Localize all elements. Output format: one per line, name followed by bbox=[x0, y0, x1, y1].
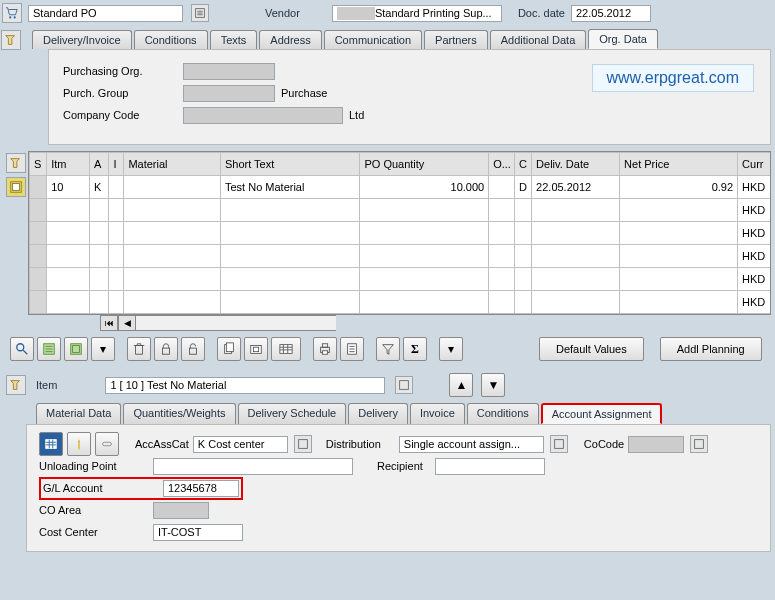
col-o[interactable]: O... bbox=[489, 153, 515, 176]
col-itm[interactable]: Itm bbox=[47, 153, 90, 176]
purch-group-field[interactable] bbox=[183, 85, 275, 102]
expand-items-icon[interactable] bbox=[6, 153, 26, 173]
vendor-field[interactable]: Standard Printing Sup... bbox=[332, 5, 502, 22]
item-dropdown-icon[interactable] bbox=[395, 376, 413, 394]
tab-address[interactable]: Address bbox=[259, 30, 321, 49]
col-material[interactable]: Material bbox=[124, 153, 221, 176]
svg-rect-4 bbox=[13, 184, 20, 191]
col-s[interactable]: S bbox=[30, 153, 47, 176]
col-po-qty[interactable]: PO Quantity bbox=[360, 153, 489, 176]
vendor-label: Vendor bbox=[265, 7, 300, 19]
erpgreat-link[interactable]: www.erpgreat.com bbox=[592, 64, 755, 92]
col-i[interactable]: I bbox=[109, 153, 124, 176]
print-icon[interactable] bbox=[313, 337, 337, 361]
next-item-icon[interactable]: ▼ bbox=[481, 373, 505, 397]
detail1-icon[interactable] bbox=[37, 337, 61, 361]
table-row[interactable]: HKD bbox=[30, 222, 772, 245]
tab-conditions-2[interactable]: Conditions bbox=[467, 403, 539, 424]
table-row[interactable]: HKD bbox=[30, 291, 772, 314]
cocode-field[interactable] bbox=[628, 436, 684, 453]
cart-icon[interactable] bbox=[2, 3, 22, 23]
gl-account-field[interactable]: 12345678 bbox=[163, 480, 239, 497]
cocode-label: CoCode bbox=[584, 438, 624, 450]
copy-icon[interactable] bbox=[217, 337, 241, 361]
table-row[interactable]: HKD bbox=[30, 245, 772, 268]
export-icon[interactable] bbox=[340, 337, 364, 361]
svg-rect-24 bbox=[298, 440, 307, 449]
tab-quantities-weights[interactable]: Quantities/Weights bbox=[123, 403, 235, 424]
vendor-code-mask bbox=[337, 7, 375, 20]
settings-icon[interactable]: ▾ bbox=[439, 337, 463, 361]
unloading-point-field[interactable] bbox=[153, 458, 353, 475]
item-select-field[interactable]: 1 [ 10 ] Test No Material bbox=[105, 377, 385, 394]
delete-icon[interactable] bbox=[127, 337, 151, 361]
grid-config-icon[interactable] bbox=[271, 337, 301, 361]
expand-item-icon[interactable] bbox=[6, 375, 26, 395]
purchasing-org-field[interactable] bbox=[183, 63, 275, 80]
tab-delivery-invoice[interactable]: Delivery/Invoice bbox=[32, 30, 132, 49]
distribution-help-icon[interactable] bbox=[550, 435, 568, 453]
tab-conditions[interactable]: Conditions bbox=[134, 30, 208, 49]
unlock-icon[interactable] bbox=[181, 337, 205, 361]
recipient-field[interactable] bbox=[435, 458, 545, 475]
menu-icon[interactable]: ▾ bbox=[91, 337, 115, 361]
tab-partners[interactable]: Partners bbox=[424, 30, 488, 49]
scroll-left-icon[interactable]: ◀ bbox=[118, 315, 136, 331]
tab-account-assignment[interactable]: Account Assignment bbox=[541, 403, 663, 424]
svg-rect-17 bbox=[322, 344, 327, 348]
table-view-icon[interactable] bbox=[39, 432, 63, 456]
filter-icon[interactable] bbox=[376, 337, 400, 361]
detail2-icon[interactable] bbox=[64, 337, 88, 361]
lock-icon[interactable] bbox=[154, 337, 178, 361]
cocode-help-icon[interactable] bbox=[690, 435, 708, 453]
table-row[interactable]: HKD bbox=[30, 268, 772, 291]
copy2-icon[interactable] bbox=[244, 337, 268, 361]
tab-invoice[interactable]: Invoice bbox=[410, 403, 465, 424]
doc-date-field[interactable]: 22.05.2012 bbox=[571, 5, 651, 22]
po-number-spacer bbox=[215, 5, 229, 22]
col-net-price[interactable]: Net Price bbox=[620, 153, 738, 176]
purch-group-suffix: Purchase bbox=[281, 87, 327, 99]
col-c[interactable]: C bbox=[514, 153, 531, 176]
col-deliv-date[interactable]: Deliv. Date bbox=[532, 153, 620, 176]
tab-org-data[interactable]: Org. Data bbox=[588, 29, 658, 49]
col-curr[interactable]: Curr bbox=[738, 153, 771, 176]
default-values-button[interactable]: Default Values bbox=[539, 337, 644, 361]
vendor-value: Standard Printing Sup... bbox=[375, 7, 492, 19]
grid-header-row: S Itm A I Material Short Text PO Quantit… bbox=[30, 153, 772, 176]
cost-center-field[interactable]: IT-COST bbox=[153, 524, 243, 541]
scroll-track[interactable] bbox=[136, 315, 336, 331]
tab-communication[interactable]: Communication bbox=[324, 30, 422, 49]
svg-point-5 bbox=[17, 344, 24, 351]
tab-delivery-schedule[interactable]: Delivery Schedule bbox=[238, 403, 347, 424]
distribution-field[interactable]: Single account assign... bbox=[399, 436, 544, 453]
tab-texts[interactable]: Texts bbox=[210, 30, 258, 49]
po-type-field[interactable]: Standard PO bbox=[28, 5, 183, 22]
accasscat-help-icon[interactable] bbox=[294, 435, 312, 453]
find-icon[interactable] bbox=[10, 337, 34, 361]
co-area-field[interactable] bbox=[153, 502, 209, 519]
tab-delivery[interactable]: Delivery bbox=[348, 403, 408, 424]
svg-point-0 bbox=[9, 16, 11, 18]
sum-icon[interactable]: Σ bbox=[403, 337, 427, 361]
table-row[interactable]: HKD bbox=[30, 199, 772, 222]
purchasing-org-label: Purchasing Org. bbox=[63, 65, 183, 77]
candle-icon[interactable] bbox=[67, 432, 91, 456]
dropdown-icon[interactable] bbox=[191, 4, 209, 22]
svg-rect-21 bbox=[46, 440, 57, 449]
org-data-panel: www.erpgreat.com Purchasing Org. Purch. … bbox=[48, 49, 771, 145]
scroll-left-end-icon[interactable]: ⏮ bbox=[100, 315, 118, 331]
accasscat-field[interactable]: K Cost center bbox=[193, 436, 288, 453]
col-a[interactable]: A bbox=[90, 153, 109, 176]
expand-icon[interactable] bbox=[1, 30, 21, 50]
col-short-text[interactable]: Short Text bbox=[220, 153, 359, 176]
addl-planning-button[interactable]: Addl Planning bbox=[660, 337, 762, 361]
tab-material-data[interactable]: Material Data bbox=[36, 403, 121, 424]
toggle-icon[interactable] bbox=[95, 432, 119, 456]
select-all-icon[interactable] bbox=[6, 177, 26, 197]
prev-item-icon[interactable]: ▲ bbox=[449, 373, 473, 397]
tab-additional-data[interactable]: Additional Data bbox=[490, 30, 587, 49]
company-code-field[interactable] bbox=[183, 107, 343, 124]
table-row[interactable]: 10KTest No Material10.000D22.05.20120.92… bbox=[30, 176, 772, 199]
accasscat-label: AccAssCat bbox=[135, 438, 189, 450]
